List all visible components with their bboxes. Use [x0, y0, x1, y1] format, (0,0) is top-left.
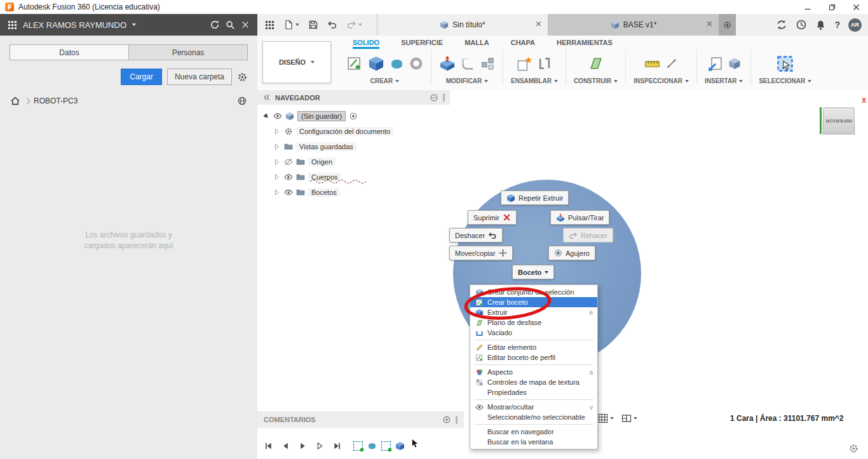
- sketch-menu-button[interactable]: Boceto: [512, 265, 554, 279]
- group-label-seleccionar[interactable]: SELECCIONAR: [759, 77, 811, 84]
- menu-item-edit-profile-sketch[interactable]: Editar boceto de perfil: [470, 352, 597, 363]
- new-component-icon[interactable]: [517, 56, 532, 72]
- timeline-sketch-feature[interactable]: [381, 441, 391, 451]
- help-icon[interactable]: ?: [834, 20, 840, 30]
- menu-item-show-hide[interactable]: Mostrar/ocultar v: [470, 402, 597, 412]
- visibility-eye-icon[interactable]: [284, 173, 293, 182]
- file-menu-button[interactable]: [283, 20, 299, 30]
- select-box-icon[interactable]: [776, 55, 794, 72]
- menu-item-selectable[interactable]: Seleccionable/no seleccionable: [470, 412, 597, 422]
- job-status-icon[interactable]: [776, 19, 787, 30]
- menu-item-extrude[interactable]: Extruir e: [470, 307, 597, 317]
- expander-closed-icon[interactable]: [273, 173, 281, 181]
- tab-datos[interactable]: Datos: [10, 44, 129, 60]
- avatar[interactable]: AR: [848, 18, 862, 32]
- extrude-icon[interactable]: [368, 55, 384, 72]
- create-sketch-icon[interactable]: [346, 55, 363, 72]
- tab-personas[interactable]: Personas: [129, 44, 248, 60]
- tree-item-sketches[interactable]: Bocetos: [257, 185, 450, 200]
- group-label-construir[interactable]: CONSTRUIR: [574, 77, 618, 84]
- gear-icon[interactable]: [237, 72, 248, 83]
- pattern-icon[interactable]: [480, 57, 495, 71]
- group-label-ensamblar[interactable]: ENSAMBLAR: [511, 77, 558, 84]
- home-icon[interactable]: [10, 96, 20, 106]
- new-folder-button[interactable]: Nueva carpeta: [167, 69, 232, 85]
- menu-item-texture-map-controls[interactable]: Controles de mapa de textura: [470, 377, 597, 387]
- close-window-button[interactable]: [844, 0, 868, 14]
- panel-resize-grip[interactable]: [456, 416, 458, 424]
- globe-icon[interactable]: [237, 96, 247, 106]
- timeline-extrude-feature[interactable]: [395, 441, 405, 451]
- refresh-icon[interactable]: [210, 20, 220, 30]
- menu-item-offset-plane[interactable]: Plano de desfase: [470, 317, 597, 328]
- menu-item-appearance[interactable]: Aspecto a: [470, 367, 597, 377]
- go-to-end-button[interactable]: [332, 441, 342, 451]
- breadcrumb-location[interactable]: ROBOT-PC3: [34, 96, 78, 105]
- tab-herramientas[interactable]: HERRAMIENTAS: [557, 39, 613, 49]
- team-name[interactable]: ALEX RAMOS RAYMUNDO: [23, 20, 126, 30]
- group-label-insertar[interactable]: INSERTAR: [705, 77, 743, 84]
- tree-item-document-settings[interactable]: Configuración del documento: [257, 124, 450, 139]
- move-copy-button[interactable]: Mover/copiar: [449, 246, 513, 260]
- viewcube-face[interactable]: INFERIOR: [822, 107, 855, 134]
- group-label-crear[interactable]: CREAR: [370, 77, 400, 84]
- new-document-tab-button[interactable]: [719, 14, 736, 36]
- version-history-icon[interactable]: [796, 19, 807, 30]
- tree-item-origin[interactable]: Origen: [257, 154, 450, 170]
- timeline-sketch-feature[interactable]: [353, 441, 363, 451]
- group-label-inspeccionar[interactable]: INSPECCIONAR: [634, 77, 689, 84]
- workspace-selector[interactable]: DISEÑO: [262, 41, 331, 83]
- activate-radio-icon[interactable]: [349, 112, 358, 121]
- tab-chapa[interactable]: CHAPA: [511, 39, 535, 49]
- comments-bar[interactable]: COMENTARIOS: [257, 411, 464, 428]
- tree-item-named-views[interactable]: Vistas guardadas: [257, 139, 450, 154]
- play-button[interactable]: [298, 441, 308, 451]
- menu-item-shell[interactable]: Vaciado: [470, 328, 597, 338]
- menu-item-find-in-browser[interactable]: Buscar en navegador: [470, 427, 597, 437]
- insert-mesh-icon[interactable]: [728, 57, 741, 70]
- expander-closed-icon[interactable]: [273, 143, 281, 150]
- coil-icon[interactable]: [409, 57, 423, 70]
- tab-solido[interactable]: SOLIDO: [353, 39, 379, 49]
- document-tab-active[interactable]: Sin título*: [377, 14, 548, 36]
- menu-item-create-sketch[interactable]: Crear boceto: [470, 297, 597, 307]
- document-tab-inactive[interactable]: BASE v1*: [548, 14, 719, 36]
- expander-closed-icon[interactable]: [273, 128, 281, 135]
- redo-button[interactable]: [346, 20, 362, 30]
- minimize-tree-icon[interactable]: [430, 93, 438, 102]
- visibility-eye-icon[interactable]: [284, 188, 293, 197]
- dimension-icon[interactable]: [665, 57, 678, 70]
- search-icon[interactable]: [226, 20, 235, 30]
- insert-icon[interactable]: [707, 56, 723, 72]
- group-label-modificar[interactable]: MODIFICAR: [446, 77, 489, 84]
- root-document-label[interactable]: (Sin guardar): [297, 111, 346, 121]
- expander-closed-icon[interactable]: [273, 189, 281, 196]
- undo-button[interactable]: [327, 20, 337, 30]
- expander-closed-icon[interactable]: [273, 158, 281, 166]
- press-pull-icon[interactable]: [439, 55, 456, 72]
- model-canvas[interactable]: X INFERIOR NAVEGADOR (Sin guardar): [257, 90, 868, 459]
- tab-superficie[interactable]: SUPERFICIE: [401, 39, 443, 49]
- measure-icon[interactable]: [644, 56, 660, 72]
- visibility-off-icon[interactable]: [284, 157, 293, 166]
- visibility-eye-icon[interactable]: [273, 112, 282, 121]
- apps-grid-icon[interactable]: [8, 20, 17, 30]
- menu-item-edit-feature[interactable]: Editar elemento: [470, 342, 597, 352]
- fillet-icon[interactable]: [461, 57, 475, 71]
- display-settings-gear-icon[interactable]: [848, 443, 859, 454]
- app-grid-icon[interactable]: [265, 20, 275, 30]
- expander-open-icon[interactable]: [262, 112, 270, 120]
- tab-malla[interactable]: MALLA: [465, 39, 489, 49]
- menu-item-properties[interactable]: Propiedades: [470, 387, 597, 397]
- collapse-panel-icon[interactable]: [262, 93, 271, 102]
- menu-item-create-selection-set[interactable]: Crear conjunto de selección: [470, 287, 597, 297]
- tree-root-document[interactable]: (Sin guardar): [257, 109, 450, 124]
- press-pull-button[interactable]: Pulsar/Tirar: [550, 210, 609, 225]
- panel-resize-grip[interactable]: [443, 93, 445, 102]
- grid-display-toggle[interactable]: [598, 413, 614, 423]
- close-panel-icon[interactable]: [241, 20, 250, 29]
- add-comment-icon[interactable]: [442, 415, 451, 424]
- form-icon[interactable]: [390, 57, 404, 71]
- restore-button[interactable]: [820, 0, 844, 14]
- hole-button[interactable]: Agujero: [548, 246, 595, 260]
